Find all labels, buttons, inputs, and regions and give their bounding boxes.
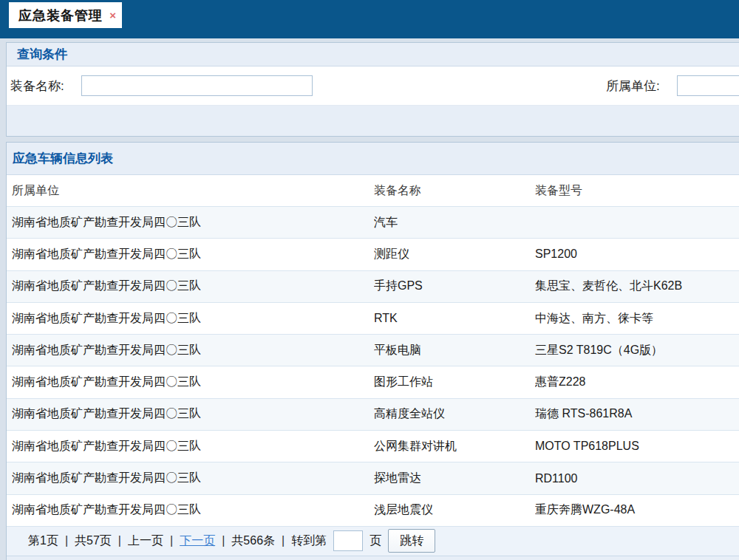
cell-name: 手持GPS [374,279,535,294]
cell-model: RD1100 [535,472,739,485]
list-panel: 应急车辆信息列表 所属单位 装备名称 装备型号 湖南省地质矿产勘查开发局四〇三队… [6,142,739,560]
table-row: 湖南省地质矿产勘查开发局四〇三队 浅层地震仪 重庆奔腾WZG-48A [7,495,739,527]
query-panel-title: 查询条件 [7,43,739,66]
tab-emergency-equipment[interactable]: 应急装备管理 × [9,2,122,28]
cell-name: 探地雷达 [374,471,535,486]
cell-unit: 湖南省地质矿产勘查开发局四〇三队 [7,471,374,486]
query-fields-row: 装备名称: 所属单位: [7,66,739,106]
cell-name: 高精度全站仪 [374,406,535,422]
table-body: 湖南省地质矿产勘查开发局四〇三队 汽车 湖南省地质矿产勘查开发局四〇三队 测距仪… [7,207,739,527]
table-row: 湖南省地质矿产勘查开发局四〇三队 平板电脑 三星S2 T819C（4G版） [7,335,739,366]
current-page: 第1页 [28,533,58,549]
separator: | [222,534,225,547]
equipment-name-label: 装备名称: [10,78,78,95]
cell-unit: 湖南省地质矿产勘查开发局四〇三队 [7,343,374,358]
table-row: 湖南省地质矿产勘查开发局四〇三队 手持GPS 集思宝、麦哲伦、北斗K62B [7,271,739,303]
separator: | [65,534,68,547]
cell-unit: 湖南省地质矿产勘查开发局四〇三队 [7,439,374,454]
tab-title: 应急装备管理 [18,7,103,24]
cell-name: 浅层地震仪 [374,502,535,518]
app-window: 应急装备管理 × 查询条件 装备名称: 所属单位: 应急车辆信息列表 所属单位 … [0,0,739,560]
table-row: 湖南省地质矿产勘查开发局四〇三队 汽车 [7,207,739,239]
cell-name: 平板电脑 [374,343,535,358]
goto-label: 转到第 [291,533,327,549]
table-row: 湖南省地质矿产勘查开发局四〇三队 公网集群对讲机 MOTO TP618PLUS [7,431,739,462]
column-header-model: 装备型号 [535,183,739,199]
owner-unit-field: 所属单位: [606,66,739,105]
cell-name: 汽车 [374,215,535,231]
pagination-bar: 第1页 | 共57页 | 上一页 | 下一页 | 共566条 | 转到第 页 跳… [7,527,739,556]
cell-model: MOTO TP618PLUS [535,440,739,453]
cell-unit: 湖南省地质矿产勘查开发局四〇三队 [7,247,374,262]
close-icon[interactable]: × [109,10,116,21]
next-page-link[interactable]: 下一页 [180,533,215,549]
tab-bar: 应急装备管理 × [0,0,739,38]
equipment-name-input[interactable] [81,75,313,96]
total-records: 共566条 [231,533,275,549]
cell-model: 惠普Z228 [535,375,739,390]
table-row: 湖南省地质矿产勘查开发局四〇三队 RTK 中海达、南方、徕卡等 [7,303,739,335]
cell-name: 图形工作站 [374,375,535,390]
prev-page-link[interactable]: 上一页 [128,533,163,549]
table-row: 湖南省地质矿产勘查开发局四〇三队 探地雷达 RD1100 [7,462,739,494]
owner-unit-label: 所属单位: [606,78,674,95]
cell-unit: 湖南省地质矿产勘查开发局四〇三队 [7,279,374,294]
total-pages: 共57页 [75,533,112,549]
cell-name: RTK [374,312,535,325]
cell-model: 集思宝、麦哲伦、北斗K62B [535,279,739,294]
cell-model: 中海达、南方、徕卡等 [535,311,739,327]
cell-model: 瑞德 RTS-861R8A [535,406,739,422]
query-panel: 查询条件 装备名称: 所属单位: [6,42,739,137]
table-row: 湖南省地质矿产勘查开发局四〇三队 图形工作站 惠普Z228 [7,366,739,398]
jump-button[interactable]: 跳转 [388,529,435,553]
cell-model: 三星S2 T819C（4G版） [535,343,739,358]
separator: | [282,534,285,547]
list-panel-title: 应急车辆信息列表 [7,143,739,175]
owner-unit-input[interactable] [677,75,739,96]
cell-name: 测距仪 [374,247,535,262]
cell-model: SP1200 [535,247,739,261]
cell-name: 公网集群对讲机 [374,439,535,454]
cell-unit: 湖南省地质矿产勘查开发局四〇三队 [7,406,374,422]
cell-unit: 湖南省地质矿产勘查开发局四〇三队 [7,311,374,327]
separator: | [170,534,173,547]
table-row: 湖南省地质矿产勘查开发局四〇三队 测距仪 SP1200 [7,239,739,270]
equipment-name-field: 装备名称: [10,66,313,105]
column-header-name: 装备名称 [374,183,535,199]
goto-page-input[interactable] [333,530,363,551]
cell-unit: 湖南省地质矿产勘查开发局四〇三队 [7,502,374,518]
table-header-row: 所属单位 装备名称 装备型号 [7,175,739,207]
separator: | [118,534,121,547]
page-suffix: 页 [370,533,381,549]
column-header-unit: 所属单位 [7,183,374,199]
table-row: 湖南省地质矿产勘查开发局四〇三队 高精度全站仪 瑞德 RTS-861R8A [7,399,739,431]
cell-unit: 湖南省地质矿产勘查开发局四〇三队 [7,215,374,231]
cell-model: 重庆奔腾WZG-48A [535,502,739,518]
cell-unit: 湖南省地质矿产勘查开发局四〇三队 [7,375,374,390]
